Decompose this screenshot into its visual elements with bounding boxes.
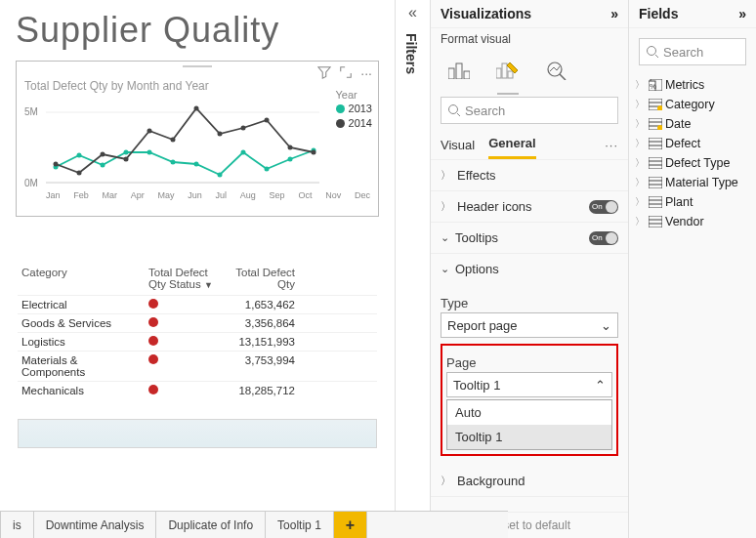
table-row[interactable]: Electrical1,653,462 [18,295,377,313]
section-options[interactable]: ⌄Options [431,254,628,284]
map-visual[interactable] [18,419,377,448]
chevron-down-icon: ⌄ [441,231,449,244]
chevron-right-icon: 〉 [635,98,645,111]
visual-drag-handle[interactable] [183,65,212,67]
page-tab-duplicate[interactable]: Duplicate of Info [156,512,266,538]
field-table-metrics[interactable]: 〉%Metrics [635,75,750,95]
chevron-right-icon: 〉 [635,117,645,131]
sort-indicator-icon[interactable]: ▼ [204,280,213,290]
svg-rect-55 [649,177,662,188]
chevron-right-icon: 〉 [635,215,645,228]
expand-filters-icon[interactable]: « [396,0,430,25]
svg-point-25 [312,150,316,155]
add-page-button[interactable]: + [334,512,367,538]
svg-point-10 [241,150,246,155]
chevron-right-icon: 〉 [635,176,645,189]
dropdown-option-auto[interactable]: Auto [447,400,611,425]
svg-point-3 [77,153,82,158]
measure-group-icon: % [649,79,662,91]
field-table-material-type[interactable]: 〉Material Type [635,173,750,192]
svg-point-19 [171,138,176,143]
fields-search-input[interactable]: Search [639,38,746,65]
table-icon [649,196,662,208]
svg-point-20 [194,106,199,111]
page-tab-tooltip1[interactable]: Tooltip 1 [266,512,334,538]
field-table-vendor[interactable]: 〉Vendor [635,212,750,231]
svg-line-33 [560,74,566,80]
type-select[interactable]: Report page⌄ [441,312,618,338]
category-table[interactable]: Category Total Defect Qty Status ▼ Total… [18,264,377,399]
analytics-icon[interactable] [540,54,573,87]
section-header-icons[interactable]: 〉Header iconsOn [431,191,628,223]
more-options-icon[interactable]: ··· [360,65,372,82]
viz-pane-title: Visualizations [441,6,531,21]
svg-point-21 [218,132,223,137]
page-tab-downtime[interactable]: Downtime Analysis [34,512,157,538]
chevron-right-icon: 〉 [635,137,645,150]
filter-icon[interactable] [317,65,331,82]
svg-rect-27 [456,63,462,79]
fields-pane: Fields » Search 〉%Metrics 〉Category 〉Dat… [629,0,756,538]
svg-rect-49 [649,138,662,149]
field-table-defect[interactable]: 〉Defect [635,134,750,153]
page-tab-overflow[interactable]: is [0,512,34,538]
svg-point-12 [288,157,293,162]
table-header: Category Total Defect Qty Status ▼ Total… [18,264,377,295]
tab-visual[interactable]: Visual [441,132,475,158]
section-background[interactable]: 〉Background [431,466,628,497]
chevron-down-icon: ⌄ [601,318,611,333]
table-row[interactable]: Materials & Components3,753,994 [18,351,377,381]
collapse-viz-icon[interactable]: » [610,6,618,21]
table-row[interactable]: Goods & Services3,356,864 [18,313,377,332]
chevron-right-icon: 〉 [441,199,451,214]
highlight-box: Page Tooltip 1⌃ Auto Tooltip 1 [441,344,618,456]
table-row[interactable]: Mechanicals18,285,712 [18,381,377,399]
svg-point-18 [147,129,152,134]
svg-point-11 [265,167,270,172]
filters-label[interactable]: Filters [396,25,419,74]
section-effects[interactable]: 〉Effects [431,160,628,191]
tab-general[interactable]: General [488,130,535,159]
line-chart-visual[interactable]: ··· Total Defect Qty by Month and Year Y… [16,61,379,217]
dropdown-option-tooltip1[interactable]: Tooltip 1 [447,425,611,449]
page-label: Page [446,355,612,370]
svg-point-16 [101,152,105,157]
status-dot-icon [148,385,158,394]
svg-rect-26 [448,68,454,79]
table-icon [649,157,662,169]
build-visual-icon[interactable] [442,54,476,87]
svg-point-24 [288,145,293,150]
svg-point-17 [124,157,129,162]
chevron-right-icon: 〉 [635,78,645,92]
collapse-fields-icon[interactable]: » [738,6,746,21]
svg-rect-29 [496,68,501,78]
header-icons-toggle[interactable]: On [589,200,618,214]
section-tooltips[interactable]: ⌄TooltipsOn [431,223,628,254]
focus-mode-icon[interactable] [339,65,353,82]
svg-rect-30 [502,63,507,78]
chevron-right-icon: 〉 [635,195,645,209]
table-icon [649,99,662,110]
table-icon [649,216,662,228]
report-title: Supplier Quality [10,0,385,51]
field-table-date[interactable]: 〉Date [635,114,750,134]
tabs-more-icon[interactable]: ··· [605,138,618,152]
tooltips-toggle[interactable]: On [589,231,618,245]
field-table-plant[interactable]: 〉Plant [635,192,750,212]
field-table-category[interactable]: 〉Category [635,95,750,114]
format-search-input[interactable]: Search [441,97,618,124]
svg-point-6 [147,150,152,155]
field-table-defect-type[interactable]: 〉Defect Type [635,153,750,173]
svg-point-7 [171,160,176,165]
status-dot-icon [148,354,158,364]
format-visual-icon[interactable] [491,54,525,87]
table-row[interactable]: Logistics13,151,993 [18,332,377,351]
svg-point-15 [77,171,82,176]
svg-point-9 [218,173,223,178]
page-select[interactable]: Tooltip 1⌃ [446,372,612,397]
table-icon [649,138,662,149]
report-canvas: Supplier Quality ··· Total Defect Qty by… [0,0,395,517]
svg-point-36 [648,47,656,56]
chevron-right-icon: 〉 [635,156,645,170]
svg-point-14 [54,162,59,167]
